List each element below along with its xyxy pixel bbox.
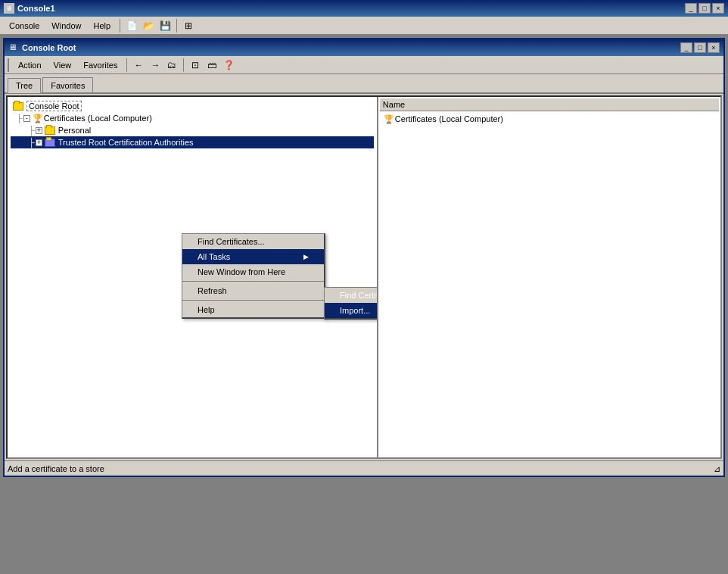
new-button[interactable]: 📄 bbox=[123, 18, 140, 33]
maximize-button[interactable]: □ bbox=[698, 3, 711, 14]
expand-personal[interactable]: + bbox=[36, 127, 42, 134]
tree-item-certs[interactable]: ├ - 🏆 Certificates (Local Computer) bbox=[11, 112, 374, 124]
details-button[interactable]: 🗃 bbox=[204, 58, 220, 73]
inner-menu-divider bbox=[8, 58, 9, 72]
tree-pane: Console Root ├ - 🏆 Certificates (Local C… bbox=[8, 97, 378, 457]
inner-maximize-button[interactable]: □ bbox=[694, 42, 706, 53]
menu-console[interactable]: Console bbox=[3, 20, 45, 32]
help2-button[interactable]: ❓ bbox=[220, 58, 237, 73]
tree-item-trusted-root[interactable]: ├ + Trusted Root Certification Authoriti… bbox=[11, 136, 374, 148]
minimize-button[interactable]: _ bbox=[685, 3, 697, 14]
console-root-label: Console Root bbox=[26, 101, 82, 111]
inner-window-title: Console Root bbox=[22, 43, 680, 52]
context-menu: Find Certificates... All Tasks ▶ Find Ce… bbox=[182, 233, 325, 319]
right-cert-icon: 🏆 bbox=[383, 114, 395, 124]
expand-trusted[interactable]: + bbox=[36, 139, 42, 146]
menu-separator bbox=[120, 19, 120, 33]
tree-item-console-root[interactable]: Console Root bbox=[11, 100, 374, 112]
grid-button[interactable]: ⊞ bbox=[180, 18, 197, 33]
tree-line2: ├ bbox=[29, 126, 35, 135]
menu-help[interactable]: Help bbox=[182, 302, 324, 317]
app-icon: 🖥 bbox=[4, 3, 14, 14]
personal-folder-icon bbox=[44, 125, 56, 136]
title-bar: 🖥 Console1 _ □ × bbox=[0, 0, 728, 17]
inner-menu-action[interactable]: Action bbox=[12, 59, 48, 71]
personal-label: Personal bbox=[58, 126, 91, 135]
cert-icon: 🏆 bbox=[32, 113, 44, 123]
save-button[interactable]: 💾 bbox=[157, 18, 173, 33]
inner-title-bar: 🖥 Console Root _ □ × bbox=[5, 39, 723, 56]
context-menu-container: Find Certificates... All Tasks ▶ Find Ce… bbox=[182, 233, 325, 319]
tree-item-personal[interactable]: ├ + Personal bbox=[11, 124, 374, 136]
menu-help[interactable]: Help bbox=[87, 20, 117, 32]
inner-toolbar-sep bbox=[126, 58, 127, 72]
menu-window[interactable]: Window bbox=[45, 20, 87, 32]
menu-find-certs[interactable]: Find Certificates... bbox=[182, 234, 324, 249]
inner-app-icon: 🖥 bbox=[8, 42, 19, 53]
expand-certs[interactable]: - bbox=[23, 115, 30, 122]
inner-menu-view[interactable]: View bbox=[48, 59, 78, 71]
submenu-arrow: ▶ bbox=[303, 253, 309, 260]
tree-line1: ├ bbox=[17, 114, 23, 123]
menu-refresh[interactable]: Refresh bbox=[182, 283, 324, 298]
right-certs-label: Certificates (Local Computer) bbox=[395, 114, 503, 123]
submenu: Find Certificates... Import... bbox=[324, 287, 378, 320]
trusted-folder-icon bbox=[44, 137, 56, 148]
submenu-import[interactable]: Import... bbox=[325, 303, 378, 318]
certs-label: Certificates (Local Computer) bbox=[44, 114, 152, 123]
inner-menu-favorites[interactable]: Favorites bbox=[77, 59, 123, 71]
up-button[interactable]: 🗂 bbox=[163, 58, 180, 73]
right-pane: Name 🏆 Certificates (Local Computer) bbox=[378, 97, 720, 457]
forward-button[interactable]: → bbox=[147, 58, 163, 73]
open-button[interactable]: 📂 bbox=[140, 18, 157, 33]
folder-icon bbox=[12, 101, 24, 111]
inner-close-button[interactable]: × bbox=[708, 42, 720, 53]
title-bar-buttons: _ □ × bbox=[685, 3, 724, 14]
content-area: Console Root ├ - 🏆 Certificates (Local C… bbox=[6, 95, 722, 459]
inner-minimize-button[interactable]: _ bbox=[680, 42, 692, 53]
status-text: Add a certificate to a store bbox=[8, 464, 710, 473]
status-bar: Add a certificate to a store ⊿ bbox=[5, 460, 723, 476]
tree-line3: ├ bbox=[29, 138, 35, 147]
back-button[interactable]: ← bbox=[130, 58, 147, 73]
close-button[interactable]: × bbox=[712, 3, 724, 14]
tab-row: Tree Favorites bbox=[5, 74, 723, 94]
menu-new-window[interactable]: New Window from Here bbox=[182, 264, 324, 279]
console-view-button[interactable]: ⊡ bbox=[187, 58, 204, 73]
app-title: Console1 bbox=[17, 4, 685, 13]
right-pane-header: Name bbox=[380, 98, 719, 111]
inner-title-buttons: _ □ × bbox=[680, 42, 720, 53]
tab-tree[interactable]: Tree bbox=[8, 78, 41, 93]
submenu-find-certs[interactable]: Find Certificates... bbox=[325, 288, 378, 303]
inner-menu-bar: Action View Favorites ← → 🗂 ⊡ 🗃 ❓ bbox=[5, 56, 723, 74]
main-menu-bar: Console Window Help 📄 📂 💾 ⊞ bbox=[0, 17, 728, 35]
context-menu-sep2 bbox=[182, 300, 324, 301]
outer-window: 🖥 Console Root _ □ × Action View Favorit… bbox=[3, 38, 725, 477]
right-pane-item-certs[interactable]: 🏆 Certificates (Local Computer) bbox=[380, 111, 719, 126]
resize-grip[interactable]: ⊿ bbox=[710, 463, 720, 474]
context-menu-sep bbox=[182, 281, 324, 282]
toolbar-separator bbox=[176, 19, 177, 33]
tab-favorites[interactable]: Favorites bbox=[42, 77, 93, 92]
trusted-root-label: Trusted Root Certification Authorities bbox=[58, 138, 194, 147]
menu-all-tasks[interactable]: All Tasks ▶ Find Certificates... Import.… bbox=[182, 249, 324, 264]
inner-toolbar-sep2 bbox=[183, 58, 184, 72]
